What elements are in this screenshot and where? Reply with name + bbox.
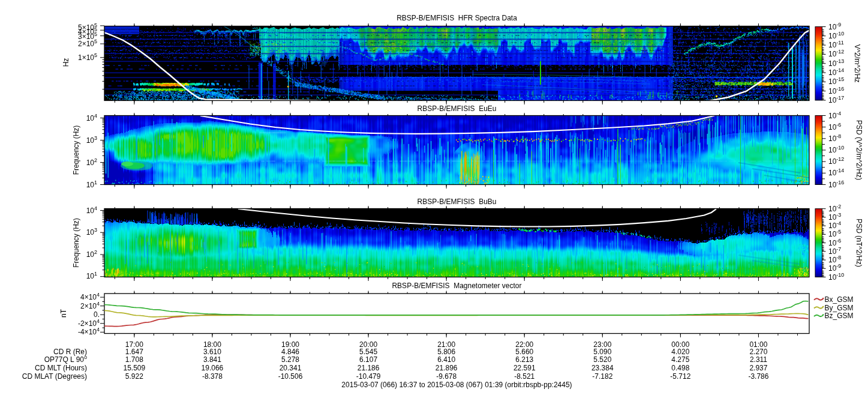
svg-text:RBSP-B/EMFISIS BuBu: RBSP-B/EMFISIS BuBu xyxy=(417,198,496,206)
svg-text:-9.678: -9.678 xyxy=(436,372,456,381)
svg-text:5.806: 5.806 xyxy=(437,348,455,356)
svg-text:10-12: 10-12 xyxy=(828,49,844,58)
svg-text:Frequency (Hz): Frequency (Hz) xyxy=(72,125,80,175)
svg-text:RBSP-B/EMFISIS EuEu: RBSP-B/EMFISIS EuEu xyxy=(417,104,496,113)
svg-text:5.278: 5.278 xyxy=(281,355,299,364)
svg-text:4.020: 4.020 xyxy=(671,348,689,356)
svg-text:10-8: 10-8 xyxy=(828,133,841,143)
svg-text:-5.712: -5.712 xyxy=(670,372,690,381)
svg-text:3.610: 3.610 xyxy=(203,348,221,356)
svg-text:Frequency (Hz): Frequency (Hz) xyxy=(72,218,80,268)
svg-text:20.341: 20.341 xyxy=(280,364,302,372)
svg-text:CD MLT (Hours): CD MLT (Hours) xyxy=(35,364,87,372)
svg-text:10-10: 10-10 xyxy=(828,272,844,282)
svg-text:0.: 0. xyxy=(94,310,100,319)
svg-text:-10.479: -10.479 xyxy=(356,372,381,381)
svg-text:1.708: 1.708 xyxy=(125,355,143,364)
svg-text:By_GSM: By_GSM xyxy=(825,304,854,312)
svg-text:2×104: 2×104 xyxy=(80,301,100,310)
svg-text:4.846: 4.846 xyxy=(281,348,299,356)
svg-text:CD MLAT (Degrees): CD MLAT (Degrees) xyxy=(22,372,87,381)
svg-text:104: 104 xyxy=(86,205,97,215)
svg-text:2×105: 2×105 xyxy=(78,38,97,48)
svg-text:2.270: 2.270 xyxy=(749,348,767,356)
svg-text:-7.182: -7.182 xyxy=(592,372,612,381)
svg-text:10-11: 10-11 xyxy=(828,40,844,49)
svg-text:PSD (V^2/m^2/Hz): PSD (V^2/m^2/Hz) xyxy=(855,120,863,180)
svg-text:10-16: 10-16 xyxy=(828,86,844,95)
svg-text:Bz_GSM: Bz_GSM xyxy=(825,312,854,320)
svg-text:PSD (nT^2/Hz): PSD (nT^2/Hz) xyxy=(855,219,863,267)
svg-text:nT: nT xyxy=(59,309,68,318)
svg-text:10-9: 10-9 xyxy=(828,22,841,31)
svg-text:10-14: 10-14 xyxy=(828,167,844,177)
svg-text:2.937: 2.937 xyxy=(749,364,767,372)
svg-text:10-10: 10-10 xyxy=(828,31,844,40)
svg-text:5.660: 5.660 xyxy=(515,348,533,356)
svg-text:2.311: 2.311 xyxy=(750,355,767,364)
svg-text:-10.506: -10.506 xyxy=(278,372,303,381)
svg-text:103: 103 xyxy=(86,135,97,145)
svg-text:22.591: 22.591 xyxy=(513,364,536,372)
svg-text:-4×104: -4×104 xyxy=(78,327,100,336)
svg-text:Hz: Hz xyxy=(62,58,70,67)
svg-text:5.922: 5.922 xyxy=(125,372,143,381)
svg-text:5.090: 5.090 xyxy=(593,348,611,356)
svg-text:0.498: 0.498 xyxy=(671,364,689,372)
svg-text:10-12: 10-12 xyxy=(828,156,844,166)
svg-text:5.545: 5.545 xyxy=(359,348,377,356)
svg-text:V^2/m^2/Hz: V^2/m^2/Hz xyxy=(853,44,861,83)
svg-text:-3.786: -3.786 xyxy=(748,372,768,381)
svg-text:10-6: 10-6 xyxy=(828,122,841,131)
svg-text:6.107: 6.107 xyxy=(359,355,377,364)
svg-text:15.509: 15.509 xyxy=(124,364,146,372)
svg-text:23.384: 23.384 xyxy=(591,364,614,372)
svg-text:10-13: 10-13 xyxy=(828,58,844,68)
svg-text:3.841: 3.841 xyxy=(203,355,221,364)
svg-text:10-14: 10-14 xyxy=(828,67,844,77)
svg-text:6.410: 6.410 xyxy=(437,355,455,364)
svg-text:103: 103 xyxy=(86,227,97,237)
svg-text:CD R (Re): CD R (Re) xyxy=(53,348,87,356)
svg-text:5.520: 5.520 xyxy=(593,355,611,364)
svg-text:21.896: 21.896 xyxy=(435,364,458,372)
svg-text:1.647: 1.647 xyxy=(125,348,143,356)
svg-text:-8.521: -8.521 xyxy=(514,372,534,381)
svg-text:104: 104 xyxy=(86,113,97,122)
svg-text:19.066: 19.066 xyxy=(202,364,224,372)
svg-text:10-15: 10-15 xyxy=(828,76,844,86)
svg-text:1×105: 1×105 xyxy=(78,52,97,62)
svg-text:102: 102 xyxy=(86,157,97,167)
svg-text:101: 101 xyxy=(86,179,97,189)
svg-text:6.213: 6.213 xyxy=(515,355,533,364)
svg-text:4.275: 4.275 xyxy=(671,355,689,364)
svg-text:102: 102 xyxy=(86,249,97,259)
svg-text:10-10: 10-10 xyxy=(828,145,844,154)
svg-text:10-4: 10-4 xyxy=(828,110,841,120)
svg-text:101: 101 xyxy=(86,271,97,280)
svg-text:10-17: 10-17 xyxy=(828,95,844,104)
svg-text:2015-03-07 (066) 16:37 to 2015: 2015-03-07 (066) 16:37 to 2015-03-08 (06… xyxy=(341,381,572,389)
svg-text:21.186: 21.186 xyxy=(358,364,380,372)
svg-text:OP77Q L 90o: OP77Q L 90o xyxy=(44,354,87,364)
svg-text:-8.378: -8.378 xyxy=(202,372,223,381)
svg-text:10-16: 10-16 xyxy=(828,179,844,189)
svg-text:RBSP-B/EMFISIS Magnetometer v: RBSP-B/EMFISIS Magnetometer vector xyxy=(392,282,521,290)
svg-text:RBSP-B/EMFISIS HFR Spectra Da: RBSP-B/EMFISIS HFR Spectra Data xyxy=(397,14,517,22)
svg-text:Bx_GSM: Bx_GSM xyxy=(825,295,854,304)
